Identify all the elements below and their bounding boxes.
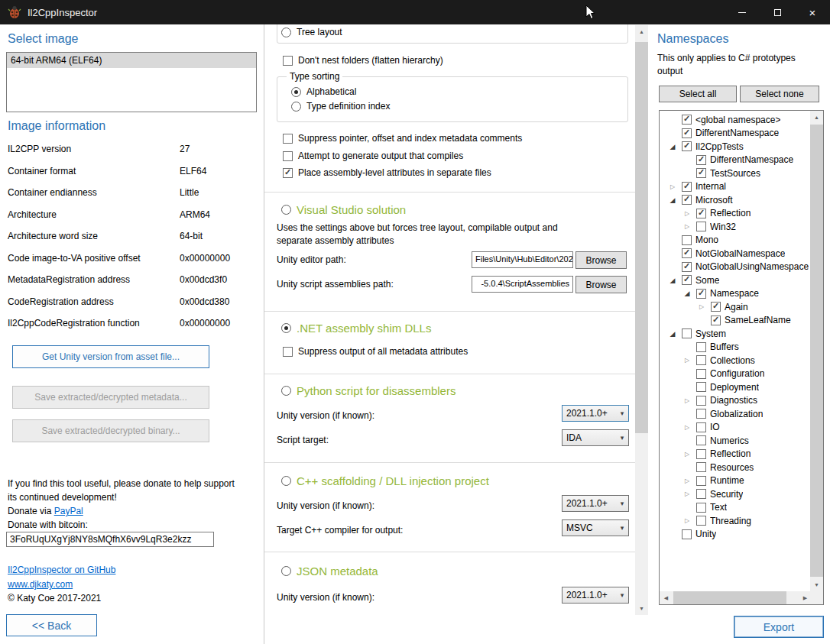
tree-expander-icon[interactable]: ▷	[682, 477, 692, 484]
tree-checkbox[interactable]	[682, 529, 692, 539]
maximize-button[interactable]	[760, 0, 795, 24]
json-unity-version-combo[interactable]: 2021.1.0+ ▾	[562, 587, 629, 604]
tree-item[interactable]: Globalization	[660, 407, 812, 421]
checkbox-attempt-compile[interactable]: Attempt to generate output that compiles	[283, 150, 463, 161]
tree-item[interactable]: Deployment	[660, 380, 812, 394]
image-list-item[interactable]: 64-bit ARM64 (ELF64)	[7, 53, 256, 68]
get-unity-version-button[interactable]: Get Unity version from asset file...	[12, 345, 209, 368]
tree-item[interactable]: ▷Again	[660, 300, 812, 314]
scroll-left-button[interactable]: ◀	[660, 591, 673, 604]
tree-checkbox[interactable]	[696, 462, 706, 472]
tree-expander-icon[interactable]: ▷	[682, 517, 692, 524]
tree-item[interactable]: SameLeafName	[660, 314, 812, 328]
select-none-button[interactable]: Select none	[740, 86, 819, 102]
scrollbar-thumb[interactable]	[673, 591, 786, 604]
tree-checkbox[interactable]	[711, 316, 721, 325]
tree-item[interactable]: NotGlobalNamespace	[660, 247, 812, 261]
tree-checkbox[interactable]	[696, 503, 706, 513]
tree-expander-icon[interactable]: ▷	[667, 183, 678, 190]
tree-checkbox[interactable]	[682, 195, 692, 205]
tree-checkbox[interactable]	[696, 222, 706, 231]
paypal-link[interactable]: PayPal	[54, 506, 83, 516]
script-assemblies-path-input[interactable]: -5.0.4\ScriptAssemblies	[472, 276, 573, 293]
tree-item[interactable]: DifferentNamespace	[660, 127, 812, 141]
tree-checkbox[interactable]	[696, 489, 706, 499]
tree-expander-icon[interactable]: ▷	[682, 451, 692, 458]
tree-expander-icon[interactable]: ◢	[667, 277, 678, 284]
tree-checkbox[interactable]	[696, 435, 706, 445]
tree-item[interactable]: ◢Some	[660, 273, 812, 287]
tree-item[interactable]: DifferentNamespace	[660, 154, 812, 167]
checkbox-suppress-attributes[interactable]: Suppress output of all metadata attribut…	[283, 346, 468, 357]
tree-item[interactable]: ▷Threading	[660, 514, 812, 528]
tree-item[interactable]: ▷Diagnostics	[660, 394, 812, 408]
tree-checkbox[interactable]	[696, 449, 706, 459]
tree-checkbox[interactable]	[682, 248, 692, 258]
radio-type-definition-index[interactable]: Type definition index	[291, 101, 390, 112]
tree-expander-icon[interactable]: ▷	[696, 303, 707, 310]
tree-item[interactable]: NotGlobalUsingNamespace	[660, 261, 812, 274]
tree-checkbox[interactable]	[696, 155, 706, 165]
tree-item[interactable]: ◢System	[660, 327, 812, 341]
checkbox-separate-attributes[interactable]: Place assembly-level attributes in separ…	[283, 167, 491, 178]
cpp-compiler-combo[interactable]: MSVC ▾	[562, 519, 629, 536]
tree-item[interactable]: Text	[660, 501, 812, 515]
tree-expander-icon[interactable]: ▷	[682, 397, 692, 404]
radio-tree-layout[interactable]: Tree layout	[281, 27, 342, 37]
github-link[interactable]: Il2CppInspector on GitHub	[8, 565, 115, 575]
select-all-button[interactable]: Select all	[659, 86, 737, 102]
tree-item[interactable]: Mono	[660, 234, 812, 248]
tree-checkbox[interactable]	[696, 476, 706, 486]
tree-checkbox[interactable]	[696, 382, 706, 392]
python-unity-version-combo[interactable]: 2021.1.0+ ▾	[562, 405, 629, 422]
tree-item[interactable]: ▷Runtime	[660, 474, 812, 488]
tree-item[interactable]: ◢Microsoft	[660, 193, 812, 207]
tree-horizontal-scrollbar[interactable]: ◀ ▶	[660, 591, 812, 604]
tree-expander-icon[interactable]: ◢	[667, 330, 678, 338]
tree-checkbox[interactable]	[696, 342, 706, 352]
tree-checkbox[interactable]	[696, 516, 706, 526]
close-button[interactable]: ×	[795, 0, 830, 24]
tree-item[interactable]: ◢Namespace	[660, 287, 812, 301]
tree-item[interactable]: ▷Collections	[660, 354, 812, 367]
tree-checkbox[interactable]	[682, 182, 692, 192]
tree-checkbox[interactable]	[696, 409, 706, 419]
checkbox-flatten-hierarchy[interactable]: Don't nest folders (flatten hierarchy)	[283, 55, 443, 66]
tree-item[interactable]: Buffers	[660, 341, 812, 354]
scroll-down-button[interactable]: ▼	[810, 578, 823, 591]
tree-checkbox[interactable]	[696, 369, 706, 379]
cpp-unity-version-combo[interactable]: 2021.1.0+ ▾	[562, 495, 629, 512]
tree-expander-icon[interactable]: ▷	[682, 210, 692, 217]
tree-item[interactable]: ▷Reflection	[660, 207, 812, 221]
tree-checkbox[interactable]	[682, 128, 692, 138]
bitcoin-address-input[interactable]	[6, 532, 214, 547]
image-listbox[interactable]: 64-bit ARM64 (ELF64)	[6, 52, 257, 112]
scroll-up-button[interactable]: ▲	[635, 25, 648, 38]
tree-checkbox[interactable]	[696, 209, 706, 218]
tree-item[interactable]: ▷IO	[660, 421, 812, 435]
tree-checkbox[interactable]	[682, 141, 692, 151]
tree-checkbox[interactable]	[696, 289, 706, 299]
tree-expander-icon[interactable]: ◢	[667, 196, 678, 204]
unity-editor-path-input[interactable]: Files\Unity\Hub\Editor\2020.2.0f1	[472, 251, 573, 268]
tree-vertical-scrollbar[interactable]: ▲ ▼	[810, 111, 823, 591]
minimize-button[interactable]	[725, 0, 760, 24]
back-button[interactable]: << Back	[6, 614, 97, 636]
tree-expander-icon[interactable]: ▷	[682, 357, 692, 364]
tree-item[interactable]: Unity	[660, 528, 812, 542]
tree-item[interactable]: ▷Security	[660, 487, 812, 501]
browse-assemblies-path-button[interactable]: Browse	[575, 276, 627, 293]
tree-item[interactable]: Resources	[660, 461, 812, 474]
tree-checkbox[interactable]	[696, 422, 706, 432]
radio-dotnet-shim-dlls[interactable]: .NET assembly shim DLLs	[281, 322, 431, 335]
tree-item[interactable]: ▷Win32	[660, 220, 812, 234]
tree-expander-icon[interactable]: ◢	[667, 143, 678, 150]
script-target-combo[interactable]: IDA ▾	[562, 429, 629, 446]
website-link[interactable]: www.djkaty.com	[8, 579, 73, 590]
tree-item[interactable]: Numerics	[660, 434, 812, 448]
tree-item[interactable]: TestSources	[660, 167, 812, 180]
scroll-up-button[interactable]: ▲	[810, 111, 823, 124]
tree-checkbox[interactable]	[696, 168, 706, 178]
tree-expander-icon[interactable]: ▷	[682, 223, 692, 230]
tree-expander-icon[interactable]: ▷	[682, 490, 692, 497]
